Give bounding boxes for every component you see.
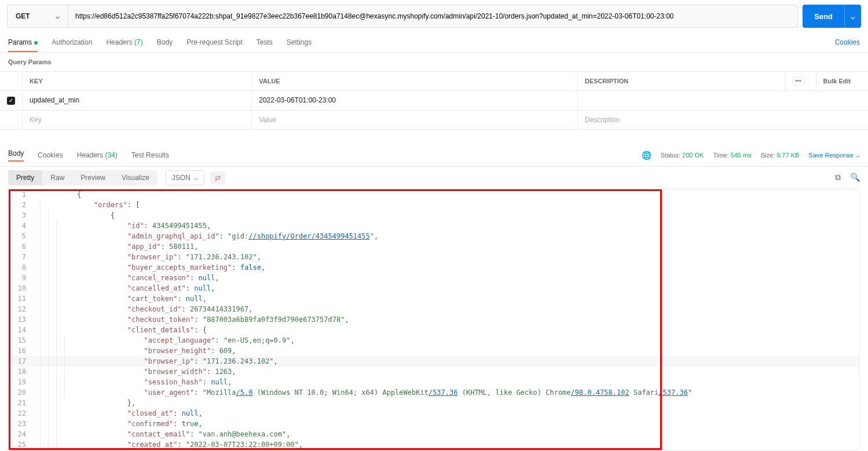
tab-settings[interactable]: Settings: [287, 32, 312, 52]
tab-headers[interactable]: Headers (7): [106, 32, 142, 52]
chevron-down-icon[interactable]: ⌵: [844, 5, 861, 28]
response-tabs: Body Cookies Headers (34) Test Results 🌐…: [0, 145, 868, 167]
cookies-link[interactable]: Cookies: [835, 32, 860, 52]
method-select[interactable]: GET ⌵: [7, 5, 68, 28]
tab-authorization[interactable]: Authorization: [52, 32, 92, 52]
param-value-ph[interactable]: Value: [252, 110, 578, 129]
col-description: DESCRIPTION: [578, 72, 785, 91]
view-raw[interactable]: Raw: [42, 170, 72, 185]
param-description[interactable]: [578, 91, 868, 111]
url-input[interactable]: [68, 5, 798, 28]
tab-resp-headers[interactable]: Headers (34): [77, 151, 118, 159]
time-value: 545 ms: [731, 152, 752, 159]
tab-body[interactable]: Body: [157, 32, 173, 52]
send-button[interactable]: Send ⌵: [803, 5, 861, 28]
param-key[interactable]: updated_at_min: [23, 91, 252, 111]
param-key-ph[interactable]: Key: [23, 110, 252, 129]
params-active-dot: [34, 41, 38, 45]
col-key: KEY: [23, 72, 252, 91]
globe-icon[interactable]: 🌐: [642, 151, 651, 160]
tab-resp-body[interactable]: Body: [8, 149, 24, 162]
bulk-edit-button[interactable]: Bulk Edit: [816, 72, 868, 91]
format-select[interactable]: JSON ⌵: [166, 170, 204, 185]
param-checkbox[interactable]: ✓: [7, 97, 15, 105]
param-value[interactable]: 2022-03-06T01:00-23:00: [252, 91, 578, 111]
response-body[interactable]: 1{ 2 "orders": [ 3 { 4 "id": 43454994514…: [8, 189, 860, 450]
copy-icon[interactable]: ⧉: [835, 173, 841, 182]
search-icon[interactable]: 🔍: [850, 173, 860, 182]
tab-tests[interactable]: Tests: [257, 32, 273, 52]
col-value: VALUE: [252, 72, 578, 91]
view-visualize[interactable]: Visualize: [113, 170, 158, 185]
request-bar: GET ⌵ Send ⌵: [0, 0, 868, 32]
wrap-lines-icon[interactable]: ⇄: [210, 171, 225, 184]
chevron-down-icon: ⌵: [856, 152, 860, 159]
tab-prerequest[interactable]: Pre-request Script: [186, 32, 243, 52]
viewer-bar: Pretty Raw Preview Visualize JSON ⌵ ⇄ ⧉ …: [0, 167, 868, 189]
tab-resp-cookies[interactable]: Cookies: [38, 151, 63, 159]
send-label: Send: [803, 12, 844, 21]
param-desc-ph[interactable]: Description: [578, 110, 868, 129]
size-value: 9.77 KB: [777, 152, 799, 159]
status-value: 200 OK: [682, 152, 704, 159]
tab-resp-tests[interactable]: Test Results: [131, 151, 169, 159]
view-pretty[interactable]: Pretty: [8, 170, 42, 185]
param-row[interactable]: ✓ updated_at_min 2022-03-06T01:00-23:00: [0, 91, 868, 111]
request-tabs: Params Authorization Headers (7) Body Pr…: [0, 32, 868, 53]
save-response-button[interactable]: Save Response ⌵: [808, 152, 860, 159]
query-params-title: Query Params: [0, 53, 868, 71]
tab-params[interactable]: Params: [8, 32, 38, 52]
query-params-table: KEY VALUE DESCRIPTION ••• Bulk Edit ✓ up…: [0, 71, 868, 130]
param-row-new[interactable]: Key Value Description: [0, 110, 868, 129]
method-label: GET: [16, 12, 30, 20]
view-preview[interactable]: Preview: [72, 170, 113, 185]
chevron-down-icon: ⌵: [194, 174, 198, 182]
more-icon[interactable]: •••: [792, 77, 805, 85]
chevron-down-icon: ⌵: [56, 12, 60, 20]
